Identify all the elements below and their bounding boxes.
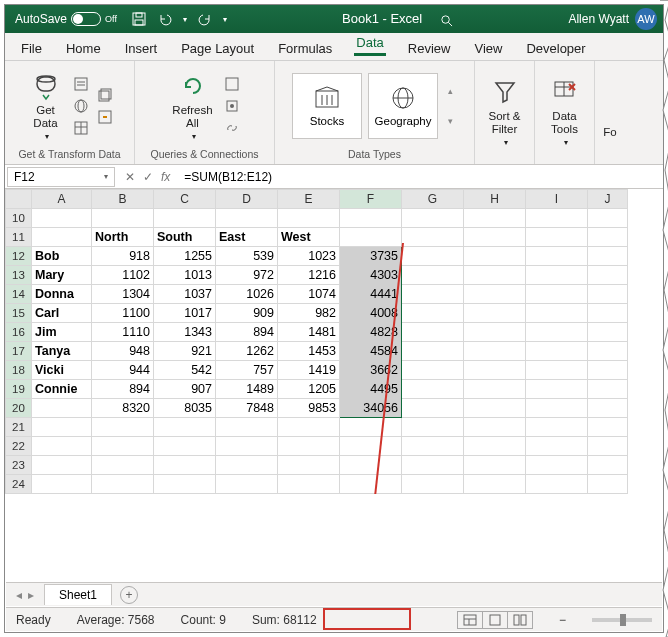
cell[interactable] [588,266,628,285]
cell[interactable]: Vicki [32,361,92,380]
cell[interactable] [402,437,464,456]
cell[interactable]: 894 [216,323,278,342]
cell[interactable] [588,323,628,342]
cell[interactable]: 757 [216,361,278,380]
cell[interactable] [588,437,628,456]
from-table-icon[interactable] [72,119,90,137]
cell[interactable]: West [278,228,340,247]
cell[interactable] [402,361,464,380]
cell[interactable] [526,361,588,380]
cell[interactable] [588,304,628,323]
column-header[interactable]: F [340,190,402,209]
cell[interactable] [464,380,526,399]
page-layout-view-icon[interactable] [482,611,508,629]
cell[interactable] [588,342,628,361]
cell[interactable] [278,209,340,228]
cell[interactable]: Connie [32,380,92,399]
cell[interactable]: 1489 [216,380,278,399]
row-header[interactable]: 22 [6,437,32,456]
cell[interactable] [402,285,464,304]
cell[interactable] [402,266,464,285]
autosave-toggle[interactable]: AutoSave Off [11,10,121,28]
cell[interactable] [340,437,402,456]
cell[interactable] [464,361,526,380]
cell[interactable] [588,228,628,247]
tab-insert[interactable]: Insert [113,35,170,60]
cell[interactable] [402,304,464,323]
normal-view-icon[interactable] [457,611,483,629]
cell[interactable] [402,399,464,418]
chevron-down-icon[interactable]: ▾ [183,15,187,24]
fx-icon[interactable]: fx [161,170,170,184]
cell[interactable] [402,342,464,361]
cell[interactable] [278,456,340,475]
cell[interactable] [526,304,588,323]
cell[interactable] [526,285,588,304]
cell[interactable]: 1100 [92,304,154,323]
cell[interactable] [588,247,628,266]
row-header[interactable]: 18 [6,361,32,380]
data-tools-button[interactable]: Data Tools ▾ [545,74,585,148]
from-web-icon[interactable] [72,97,90,115]
cell[interactable] [464,323,526,342]
cell[interactable]: 4441 [340,285,402,304]
sheet-nav-prev-icon[interactable]: ◂ [16,588,22,602]
cell[interactable] [588,399,628,418]
cell[interactable] [154,437,216,456]
cell[interactable] [92,418,154,437]
cell[interactable]: Mary [32,266,92,285]
cell[interactable] [340,418,402,437]
cell[interactable]: 1102 [92,266,154,285]
cell[interactable] [32,399,92,418]
get-data-button[interactable]: Get Data ▾ [26,68,66,142]
cell[interactable]: 4008 [340,304,402,323]
redo-icon[interactable] [197,11,213,27]
cell[interactable] [340,475,402,494]
cell[interactable] [464,342,526,361]
add-sheet-button[interactable]: + [120,586,138,604]
properties-icon[interactable] [223,97,241,115]
cell[interactable] [32,228,92,247]
cell[interactable] [278,437,340,456]
row-header[interactable]: 16 [6,323,32,342]
cell[interactable] [464,456,526,475]
cell[interactable] [92,475,154,494]
scroll-up-icon[interactable]: ▴ [448,86,453,96]
cell[interactable]: 944 [92,361,154,380]
row-header[interactable]: 11 [6,228,32,247]
cell[interactable] [526,266,588,285]
cell[interactable]: East [216,228,278,247]
column-header[interactable]: B [92,190,154,209]
cell[interactable]: Carl [32,304,92,323]
cell[interactable] [154,209,216,228]
cell[interactable] [32,475,92,494]
worksheet-grid[interactable]: ABCDEFGHIJ1011NorthSouthEastWest12Bob918… [5,189,663,494]
sheet-nav-next-icon[interactable]: ▸ [28,588,34,602]
cell[interactable] [154,418,216,437]
cell[interactable]: South [154,228,216,247]
refresh-all-button[interactable]: Refresh All ▾ [168,68,216,142]
cell[interactable] [464,437,526,456]
row-header[interactable]: 15 [6,304,32,323]
cell[interactable] [154,475,216,494]
row-header[interactable]: 12 [6,247,32,266]
cell[interactable]: 909 [216,304,278,323]
cell[interactable]: 1304 [92,285,154,304]
cell[interactable]: 948 [92,342,154,361]
enter-icon[interactable]: ✓ [143,170,153,184]
cell[interactable] [402,475,464,494]
cell[interactable]: 1255 [154,247,216,266]
cell[interactable]: 1343 [154,323,216,342]
row-header[interactable]: 24 [6,475,32,494]
cell[interactable] [32,456,92,475]
cell[interactable] [216,418,278,437]
row-header[interactable]: 14 [6,285,32,304]
cell[interactable] [526,380,588,399]
page-break-view-icon[interactable] [507,611,533,629]
cell[interactable] [464,247,526,266]
cell[interactable]: 894 [92,380,154,399]
cell[interactable]: 1262 [216,342,278,361]
cell[interactable] [32,437,92,456]
column-header[interactable]: E [278,190,340,209]
cell[interactable] [216,475,278,494]
